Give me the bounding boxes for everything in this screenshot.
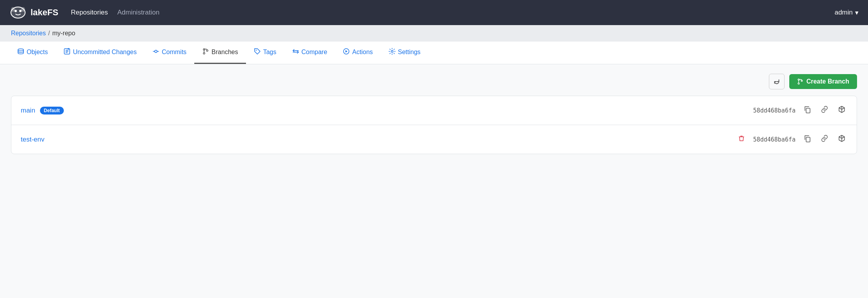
breadcrumb-separator: / — [48, 30, 50, 37]
table-row: test-env 58dd468ba6fa — [11, 125, 857, 154]
nav-administration[interactable]: Administration — [117, 9, 159, 16]
tabs-bar: Objects Uncommitted Changes Commits Bran… — [0, 42, 868, 64]
branch-testenv-left: test-env — [21, 136, 44, 144]
svg-point-2 — [14, 10, 17, 12]
branch-icon — [797, 78, 803, 85]
nav-repositories[interactable]: Repositories — [71, 9, 108, 16]
link-icon-main[interactable] — [819, 104, 830, 117]
tab-actions[interactable]: Actions — [335, 42, 380, 64]
refresh-button[interactable] — [769, 74, 785, 89]
logo-text: lakeFS — [31, 7, 58, 18]
uncommitted-icon — [63, 48, 71, 56]
svg-point-4 — [11, 7, 15, 12]
tab-commits[interactable]: Commits — [145, 42, 194, 64]
copy-icon-main[interactable] — [802, 104, 813, 117]
user-label: admin — [835, 9, 853, 16]
breadcrumb-repo-name: my-repo — [52, 30, 75, 37]
branch-testenv-right: 58dd468ba6fa — [736, 133, 847, 146]
tab-objects[interactable]: Objects — [9, 42, 56, 64]
svg-point-8 — [155, 50, 157, 53]
branch-name-main[interactable]: main — [21, 107, 35, 114]
tab-branches[interactable]: Branches — [194, 42, 246, 64]
default-badge: Default — [40, 107, 64, 114]
delete-icon-testenv[interactable] — [736, 133, 747, 146]
create-branch-button[interactable]: Create Branch — [789, 74, 857, 89]
svg-rect-19 — [806, 137, 810, 142]
branch-main-right: 58dd468ba6fa — [753, 104, 847, 117]
tab-branches-label: Branches — [212, 49, 238, 56]
branch-main-left: main Default — [21, 107, 64, 114]
header-left: lakeFS Repositories Administration — [9, 4, 159, 21]
svg-point-6 — [18, 49, 24, 51]
tab-compare-label: Compare — [302, 49, 327, 56]
branch-list: main Default 58dd468ba6fa test-env — [11, 96, 857, 154]
settings-icon — [389, 48, 396, 56]
svg-point-3 — [19, 10, 22, 12]
tab-uncommitted-label: Uncommitted Changes — [73, 49, 137, 56]
logo-area: lakeFS — [9, 4, 58, 21]
objects-icon — [17, 48, 24, 56]
commits-icon — [152, 48, 159, 56]
tab-settings[interactable]: Settings — [381, 42, 429, 64]
compare-icon — [292, 48, 299, 56]
branch-name-testenv[interactable]: test-env — [21, 136, 44, 144]
refresh-icon — [773, 78, 780, 85]
svg-point-16 — [798, 83, 799, 84]
tab-tags-label: Tags — [263, 49, 277, 56]
tab-objects-label: Objects — [27, 49, 48, 56]
tab-commits-label: Commits — [162, 49, 186, 56]
svg-point-5 — [21, 7, 25, 12]
header-user[interactable]: admin ▾ — [835, 9, 859, 17]
svg-point-14 — [391, 51, 393, 53]
copy-icon-testenv[interactable] — [802, 133, 813, 146]
table-row: main Default 58dd468ba6fa — [11, 96, 857, 125]
svg-point-10 — [203, 53, 205, 54]
svg-rect-18 — [806, 108, 810, 113]
header: lakeFS Repositories Administration admin… — [0, 0, 868, 25]
tab-uncommitted[interactable]: Uncommitted Changes — [56, 42, 145, 64]
lakefs-logo-icon — [9, 4, 27, 21]
svg-point-12 — [256, 50, 257, 51]
toolbar-row: Create Branch — [11, 74, 857, 89]
main-content: Create Branch main Default 58dd468ba6fa — [0, 64, 868, 164]
breadcrumb-repositories-link[interactable]: Repositories — [11, 30, 46, 37]
package-icon-testenv[interactable] — [836, 133, 847, 146]
header-nav: Repositories Administration — [71, 9, 159, 16]
create-branch-label: Create Branch — [807, 78, 849, 85]
package-icon-main[interactable] — [836, 104, 847, 117]
tab-settings-label: Settings — [398, 49, 421, 56]
tab-actions-label: Actions — [352, 49, 373, 56]
commit-hash-main: 58dd468ba6fa — [753, 107, 796, 114]
tab-tags[interactable]: Tags — [246, 42, 284, 64]
tags-icon — [254, 48, 261, 56]
user-dropdown-icon: ▾ — [855, 9, 859, 17]
commit-hash-testenv: 58dd468ba6fa — [753, 136, 796, 143]
tab-compare[interactable]: Compare — [284, 42, 335, 64]
link-icon-testenv[interactable] — [819, 133, 830, 146]
branches-icon — [202, 48, 209, 56]
actions-icon — [343, 48, 350, 56]
breadcrumb: Repositories / my-repo — [0, 25, 868, 42]
